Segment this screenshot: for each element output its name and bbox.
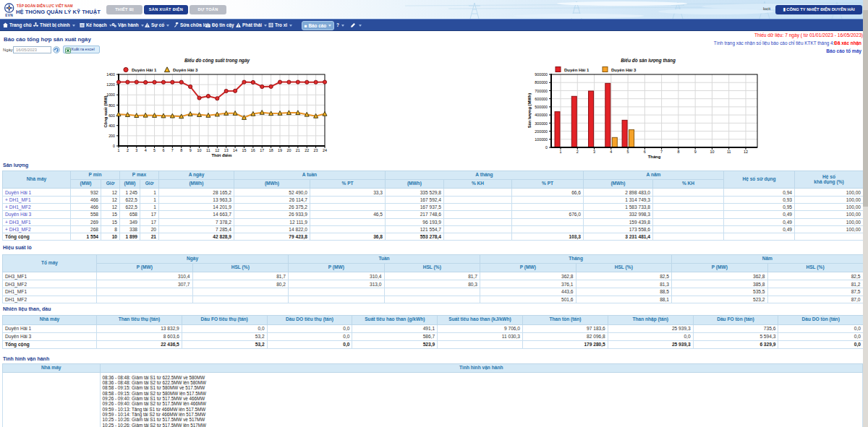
svg-text:6: 6 [162,148,164,152]
svg-text:600000: 600000 [535,97,548,101]
svg-text:5: 5 [153,148,156,152]
svg-text:4: 4 [610,150,612,154]
svg-text:Duyên Hải 1: Duyên Hải 1 [564,68,590,72]
svg-text:14: 14 [233,148,237,152]
svg-text:11: 11 [727,150,731,154]
svg-text:22: 22 [305,148,309,152]
svg-text:21: 21 [296,148,300,152]
svg-text:Biểu đồ công suất trong ngày: Biểu đồ công suất trong ngày [184,57,250,64]
svg-text:0: 0 [545,145,548,150]
svg-text:6: 6 [644,150,646,154]
svg-text:5: 5 [627,150,629,154]
svg-text:900000: 900000 [535,72,548,77]
svg-text:Thời điểm: Thời điểm [212,153,232,158]
svg-text:7: 7 [660,150,663,154]
svg-text:18: 18 [269,148,273,152]
svg-text:19: 19 [278,148,282,152]
svg-text:16: 16 [251,148,255,152]
svg-text:800: 800 [109,103,115,108]
svg-text:0: 0 [113,144,115,148]
svg-text:300000: 300000 [535,121,548,126]
svg-text:Duyên Hải 3: Duyên Hải 3 [173,68,198,72]
svg-text:Duyên Hải 3: Duyên Hải 3 [611,68,637,72]
svg-text:24: 24 [323,148,327,152]
svg-text:15: 15 [242,148,246,152]
svg-text:1200: 1200 [106,82,115,87]
svg-text:1: 1 [560,150,562,154]
svg-text:10: 10 [710,150,714,154]
svg-text:400: 400 [109,124,115,128]
svg-text:11: 11 [206,148,210,152]
svg-text:12: 12 [744,150,748,154]
svg-text:2: 2 [127,148,129,152]
svg-text:Biểu đồ sản lượng tháng: Biểu đồ sản lượng tháng [621,57,676,64]
svg-text:EVN: EVN [5,14,13,17]
svg-text:600: 600 [109,113,115,118]
svg-text:8: 8 [677,150,679,154]
svg-text:400000: 400000 [535,113,548,117]
svg-text:4: 4 [145,148,147,152]
svg-text:12: 12 [215,148,219,152]
svg-text:9: 9 [190,148,192,152]
svg-text:17: 17 [260,148,264,152]
svg-text:13: 13 [224,148,229,152]
svg-text:Sản lượng (MWh): Sản lượng (MWh) [527,93,532,129]
svg-text:Công suất (MW): Công suất (MW) [103,95,108,127]
svg-text:Duyên Hải 1: Duyên Hải 1 [132,68,157,72]
svg-text:1: 1 [118,148,120,152]
svg-text:7: 7 [171,148,174,152]
svg-text:3: 3 [593,150,595,154]
svg-text:200000: 200000 [535,129,548,134]
svg-text:20: 20 [286,148,291,152]
svg-text:500000: 500000 [535,105,548,109]
svg-text:100000: 100000 [535,137,548,142]
svg-text:10: 10 [197,148,202,152]
svg-text:Tháng: Tháng [648,155,661,159]
svg-text:2: 2 [576,150,579,154]
svg-text:800000: 800000 [535,80,548,85]
svg-text:1400: 1400 [106,72,115,77]
svg-text:3: 3 [135,148,137,152]
svg-text:700000: 700000 [535,89,548,93]
svg-text:9: 9 [694,150,697,154]
svg-text:200: 200 [109,134,115,138]
svg-text:8: 8 [180,148,182,152]
svg-text:23: 23 [314,148,318,152]
